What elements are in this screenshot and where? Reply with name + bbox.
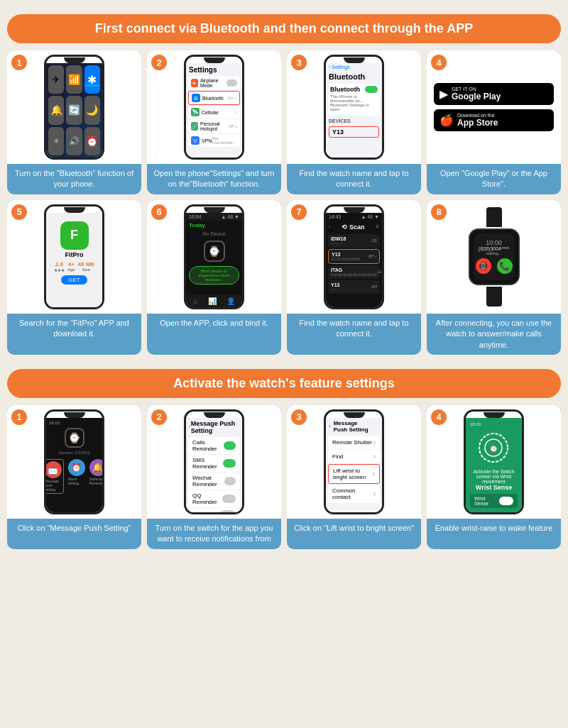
- airplane-toggle: [226, 79, 237, 87]
- step-4-card: 4 ▶ GET IT ON Google Play 🍎 Download on …: [427, 50, 561, 194]
- step-1-desc: Turn on the "Bluetooth" function of your…: [7, 164, 141, 194]
- bt-screen: ‹ Settings Bluetooth Bluetooth This iPho…: [326, 63, 382, 158]
- step-2-desc: Open the phone"Settings" and turn on the…: [147, 164, 281, 194]
- bt-back: ‹ Settings: [329, 65, 350, 70]
- phone-notch-2: [204, 57, 225, 63]
- step-6-desc: Open the APP, click and bind it.: [147, 314, 281, 355]
- settings-vpn: V VPN Not Connected...: [188, 134, 240, 147]
- push-calls-toggle[interactable]: [224, 441, 236, 450]
- bt-highlight-arrow: [85, 84, 99, 87]
- bind-watch-icon: ⌚: [204, 241, 225, 262]
- bt-arrow: ›: [234, 95, 236, 101]
- svg-text:⌚: ⌚: [489, 444, 498, 453]
- phone-notch-a4: [484, 412, 505, 418]
- lift-find-label: Find: [332, 453, 344, 460]
- hotspot-arrow: ›: [235, 123, 237, 130]
- push-wechat-toggle[interactable]: [224, 477, 236, 485]
- rotation-tile: 🔄: [66, 96, 82, 124]
- lift-contact-arrow: ›: [373, 490, 376, 497]
- scan-device-2-name: Y13: [332, 252, 360, 257]
- watch-decline-button[interactable]: 📵: [476, 258, 491, 274]
- phone-notch-6: [204, 207, 225, 213]
- airplane-tile: ✈: [48, 65, 64, 94]
- bind-signal: ▲ 48 ▼: [221, 214, 239, 219]
- scan-device-1-name: IDW16: [331, 236, 346, 241]
- airplane-icon: ✈: [191, 79, 198, 87]
- lift-nav-title2: Push Setting: [334, 426, 368, 433]
- phone-mockup-2: Settings ✈ Airplane Mode B Bluetooth: [184, 55, 244, 160]
- step-2-card: 2 Settings ✈ Airplane Mode: [147, 50, 281, 194]
- scan-item-y13-highlighted[interactable]: Y13 21:21:01:03:0FFE -57 ›: [328, 249, 380, 264]
- step-3-number: 3: [291, 55, 307, 70]
- google-play-label-small: GET IT ON: [452, 87, 501, 92]
- msg-alarm-icon: ⏰: [68, 459, 85, 476]
- activate-step-2-number: 2: [151, 409, 167, 425]
- msg-watch-icon: ⌚: [65, 428, 84, 448]
- settings-title: Settings: [186, 63, 242, 75]
- scan-item-y13-2: Y13 --:-- -47: [328, 280, 380, 294]
- step-7-image: 7 14:43 ▲ 46 ▼ ‹ ⟲ Scan ≡: [287, 200, 421, 314]
- nav-activity[interactable]: 📊: [208, 297, 217, 305]
- wrist-activation-text: Activate the Watch screen via Wrist move…: [470, 469, 518, 484]
- bt-section-label: DEVICES: [326, 117, 382, 125]
- phone-notch-7: [344, 207, 365, 213]
- lift-contact-label: Common contact: [332, 487, 373, 500]
- bind-device-button[interactable]: Bind device to experience more features …: [189, 266, 239, 285]
- wrist-toggle-row: Wrist Sense: [470, 494, 518, 508]
- phone-notch-a1: [64, 412, 85, 418]
- step-7-desc: Find the watch name and tap to connect i…: [287, 314, 421, 355]
- scan-title: ⟲ Scan: [340, 222, 366, 232]
- google-play-button[interactable]: ▶ GET IT ON Google Play: [434, 83, 554, 105]
- app-store-label-big: App Store: [457, 118, 498, 128]
- fitpro-age-label: Age: [67, 268, 75, 272]
- phone-screen-6: 16:64 ▲ 48 ▼ Today No Device ⌚ Bind devi…: [186, 213, 242, 307]
- cellular-label: Cellular: [202, 110, 219, 115]
- fitpro-reviews: 4+: [67, 261, 75, 268]
- wrist-sense-label: Wrist Sense: [476, 484, 512, 491]
- phone-notch-5: [64, 207, 85, 213]
- lift-shutter-arrow: ›: [373, 439, 376, 446]
- push-sms-toggle[interactable]: [223, 459, 236, 468]
- activate-step-4-image: 4 18:23 ⌚: [427, 405, 561, 519]
- step-8-card: 8 10:00 (626)3004**** calling... 📵 📞: [427, 200, 561, 355]
- fitpro-install-button[interactable]: GET: [61, 275, 87, 285]
- app-store-label-small: Download on the: [457, 113, 498, 118]
- msg-push-item[interactable]: 📩 Message Push Setting: [46, 459, 64, 494]
- watch-band-top: [486, 207, 502, 227]
- phone-screen-7: 14:43 ▲ 46 ▼ ‹ ⟲ Scan ≡ IDW16 --:--:--:-…: [326, 213, 382, 307]
- activate-step-3-image: 3 ‹ Message Push Setting Remote Shu: [287, 405, 421, 519]
- wrist-time: 18:23: [470, 422, 481, 426]
- wrist-screen: 18:23 ⌚ Activate the Watch screen via Wr…: [466, 418, 522, 512]
- push-facebook: Facebook: [188, 508, 240, 512]
- activate-step-4-desc: Enable wrist-raise to wake feature: [427, 519, 561, 549]
- nav-profile[interactable]: 👤: [226, 297, 235, 305]
- msg-sedentary-item: 🔔 Sedentary Reminder: [89, 459, 103, 494]
- phone-notch-a2: [204, 412, 225, 418]
- push-sms: SMS Reminder: [188, 455, 240, 472]
- activate-step-3-card: 3 ‹ Message Push Setting Remote Shu: [287, 405, 421, 549]
- wrist-sense-toggle[interactable]: [499, 497, 513, 505]
- nav-home[interactable]: ⌂: [193, 297, 197, 305]
- msg-push-icon: 📩: [46, 461, 62, 478]
- step-7-number: 7: [291, 204, 307, 220]
- step-4-number: 4: [431, 55, 447, 70]
- lift-wrist-item[interactable]: Lift wrist to bright screen ›: [328, 464, 380, 484]
- step-5-desc: Search for the "FitPro" APP and download…: [7, 314, 141, 355]
- scan-device-4-name: Y13: [331, 282, 339, 287]
- phone-screen-1: ✈ 📶 ✱ 🔔 🔄 🌙 ☀ 🔊 ⏰: [46, 63, 102, 158]
- steps-grid-3: 1 18:22 ⌚ Version: V15653 📩 Message Push…: [7, 405, 561, 549]
- step-8-desc: After connecting, you can use the watch …: [427, 314, 561, 355]
- app-store-button[interactable]: 🍎 Download on the App Store: [434, 109, 554, 131]
- watch-answer-button[interactable]: 📞: [497, 258, 513, 274]
- push-facebook-toggle[interactable]: [220, 510, 236, 512]
- phone-screen-a1: 18:22 ⌚ Version: V15653 📩 Message Push S…: [46, 418, 102, 512]
- activate-step-2-card: 2 ‹ Message Push Setting Calls Reminder: [147, 405, 281, 549]
- push-facebook-label: Facebook: [192, 511, 217, 512]
- fitpro-screen: F FitPro 2.8 ★★★ 4+ Age: [46, 213, 102, 307]
- apple-icon: 🍎: [439, 114, 454, 127]
- fitpro-stats: 2.8 ★★★ 4+ Age 48 MB Size: [54, 261, 94, 272]
- watch-illustration: 10:00 (626)3004**** calling... 📵 📞: [462, 207, 526, 307]
- push-qq-toggle[interactable]: [222, 495, 236, 503]
- phone-screen-5: F FitPro 2.8 ★★★ 4+ Age: [46, 213, 102, 307]
- step-8-image: 8 10:00 (626)3004**** calling... 📵 📞: [427, 200, 561, 314]
